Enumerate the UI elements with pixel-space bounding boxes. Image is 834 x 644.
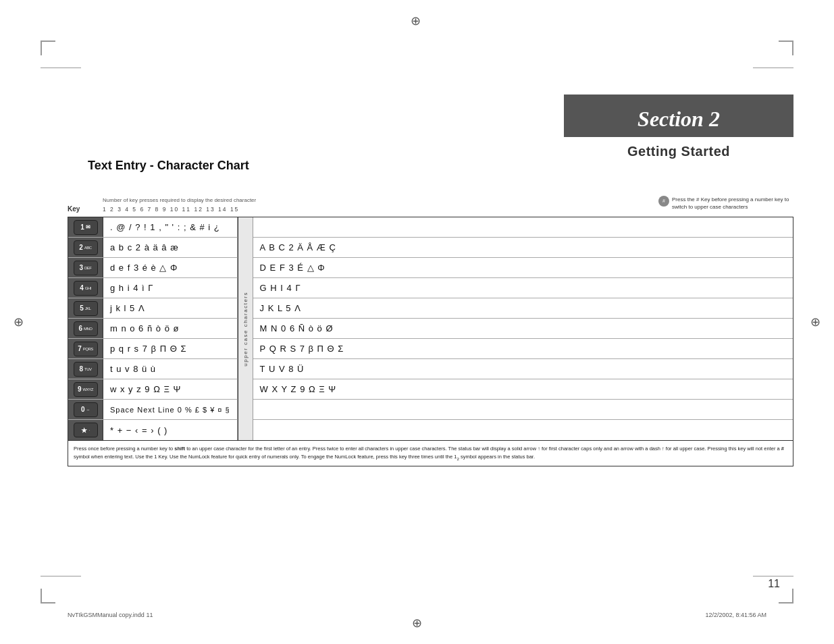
content-title: Text Entry - Character Chart — [88, 159, 249, 173]
crosshair-top — [411, 14, 424, 27]
key-button-6[interactable]: 6MNO — [74, 321, 98, 336]
key-button-5[interactable]: 5JKL — [74, 301, 98, 316]
lower-chars-0: Space Next Line 0 % £ $ ¥ ¤ § — [103, 400, 238, 419]
key-cell-star: ★· — [68, 420, 103, 440]
key-button-3[interactable]: 3DEF — [74, 261, 98, 275]
key-cell-3: 3DEF — [68, 258, 103, 277]
lower-chars-4: g h i 4 ì Γ — [103, 278, 238, 298]
lower-chars-6: m n o 6 ñ ò ö ø — [103, 319, 238, 338]
chart-header: Key Number of key presses required to di… — [68, 196, 793, 213]
page: Section 2 Getting Started Text Entry - C… — [0, 0, 834, 644]
key-button-7[interactable]: 7PQRS — [74, 342, 98, 356]
page-number: 11 — [768, 578, 780, 590]
lower-chars-5: j k l 5 Λ — [103, 298, 238, 318]
table-row: 2ABC a b c 2 à ä â æ — [68, 238, 238, 258]
table-row: 7PQRS p q r s 7 β Π Θ Σ — [68, 339, 238, 359]
section-number: Section 2 — [564, 95, 793, 137]
column-hint: Number of key presses required to displa… — [103, 197, 645, 203]
right-section: upper case characters A B C 2 Ä Å Æ Ç D … — [238, 217, 793, 440]
key-cell-1: 1✉ — [68, 217, 103, 237]
key-label: Key — [68, 200, 80, 213]
file-info-left: NvTIkGSMManual copy.indd 11 — [68, 612, 153, 618]
table-row: 1✉ . @ / ? ! 1 , " ' : ; & # i ¿ — [68, 217, 238, 238]
key-button-4[interactable]: 4GHI — [74, 281, 98, 296]
table-row: 6MNO m n o 6 ñ ò ö ø — [68, 319, 238, 339]
lower-chars-2: a b c 2 à ä â æ — [103, 238, 238, 257]
lower-chars-8: t u v 8 ü ù — [103, 359, 238, 379]
lower-chars-3: d e f 3 é è △ Φ — [103, 258, 238, 277]
table-row: 4GHI g h i 4 ì Γ — [68, 278, 238, 298]
upper-chars-7: P Q R S 7 β Π Θ Σ — [253, 339, 793, 359]
hline-bot-right — [753, 576, 793, 576]
key-button-0[interactable]: 0↔ — [74, 402, 98, 417]
hash-icon: # — [658, 196, 669, 207]
upper-chars-6: M N 0 6 Ñ ò ö Ø — [253, 319, 793, 339]
chart-main: 1✉ . @ / ? ! 1 , " ' : ; & # i ¿ 2ABC a … — [68, 217, 793, 440]
table-row: ★· * + − ‹ = › ( ) — [68, 420, 238, 440]
table-row: 8TUV t u v 8 ü ù — [68, 359, 238, 379]
key-cell-0: 0↔ — [68, 400, 103, 419]
hline-top-right — [753, 68, 793, 68]
key-cell-9: 9WXYZ — [68, 379, 103, 399]
upper-chars-star — [253, 420, 793, 440]
key-button-star[interactable]: ★· — [74, 423, 98, 437]
column-numbers: 1 2 3 4 5 6 7 8 9 10 11 12 13 14 15 — [103, 205, 645, 213]
corner-mark-bl — [41, 589, 55, 603]
upper-chars-8: T U V 8 Ü — [253, 359, 793, 379]
key-button-2[interactable]: 2ABC — [74, 240, 98, 255]
table-row: 5JKL j k l 5 Λ — [68, 298, 238, 319]
hline-bot-left — [41, 576, 81, 576]
upper-chars-2: A B C 2 Ä Å Æ Ç — [253, 238, 793, 258]
left-section: 1✉ . @ / ? ! 1 , " ' : ; & # i ¿ 2ABC a … — [68, 217, 238, 440]
upper-chars-9: W X Y Z 9 Ω Ξ Ψ — [253, 379, 793, 400]
table-row: 0↔ Space Next Line 0 % £ $ ¥ ¤ § — [68, 400, 238, 420]
upper-chars-5: J K L 5 Λ — [253, 298, 793, 319]
key-button-9[interactable]: 9WXYZ — [74, 382, 98, 397]
upper-chars-4: G H I 4 Γ — [253, 278, 793, 298]
key-cell-2: 2ABC — [68, 238, 103, 257]
key-cell-7: 7PQRS — [68, 339, 103, 358]
lower-chars-9: w x y z 9 Ω Ξ Ψ — [103, 379, 238, 399]
right-chars-col: A B C 2 Ä Å Æ Ç D E F 3 É △ Φ G H I 4 Γ … — [253, 217, 793, 440]
upper-chars-1 — [253, 217, 793, 238]
key-button-8[interactable]: 8TUV — [74, 362, 98, 377]
lower-chars-7: p q r s 7 β Π Θ Σ — [103, 339, 238, 358]
key-cell-4: 4GHI — [68, 278, 103, 298]
section-title: Getting Started — [564, 137, 793, 169]
vertical-label-wrapper: upper case characters — [238, 217, 253, 440]
lower-chars-star: * + − ‹ = › ( ) — [103, 420, 238, 440]
crosshair-right — [810, 315, 820, 329]
upper-chars-3: D E F 3 É △ Φ — [253, 258, 793, 278]
section-header: Section 2 Getting Started — [564, 95, 793, 169]
hline-top-left — [41, 68, 81, 68]
vertical-label: upper case characters — [242, 292, 249, 367]
hash-note: # Press the # Key before pressing a numb… — [658, 196, 793, 211]
file-info-right: 12/2/2002, 8:41:56 AM — [705, 612, 766, 618]
footer-note-text: Press once before pressing a number key … — [74, 446, 784, 460]
key-cell-5: 5JKL — [68, 298, 103, 318]
corner-mark-tl — [41, 41, 55, 55]
corner-mark-br — [779, 589, 793, 603]
chart-table: 1✉ . @ / ? ! 1 , " ' : ; & # i ¿ 2ABC a … — [68, 217, 793, 466]
key-cell-8: 8TUV — [68, 359, 103, 379]
table-row: 3DEF d e f 3 é è △ Φ — [68, 258, 238, 278]
chart-area: Key Number of key presses required to di… — [68, 196, 793, 570]
table-row: 9WXYZ w x y z 9 Ω Ξ Ψ — [68, 379, 238, 400]
footer-note: Press once before pressing a number key … — [68, 440, 793, 466]
lower-chars-1: . @ / ? ! 1 , " ' : ; & # i ¿ — [103, 217, 238, 237]
crosshair-bottom — [412, 616, 422, 630]
upper-chars-0 — [253, 400, 793, 420]
corner-mark-tr — [779, 41, 793, 55]
crosshair-left — [14, 315, 24, 329]
key-cell-6: 6MNO — [68, 319, 103, 338]
key-button-1[interactable]: 1✉ — [74, 220, 98, 235]
